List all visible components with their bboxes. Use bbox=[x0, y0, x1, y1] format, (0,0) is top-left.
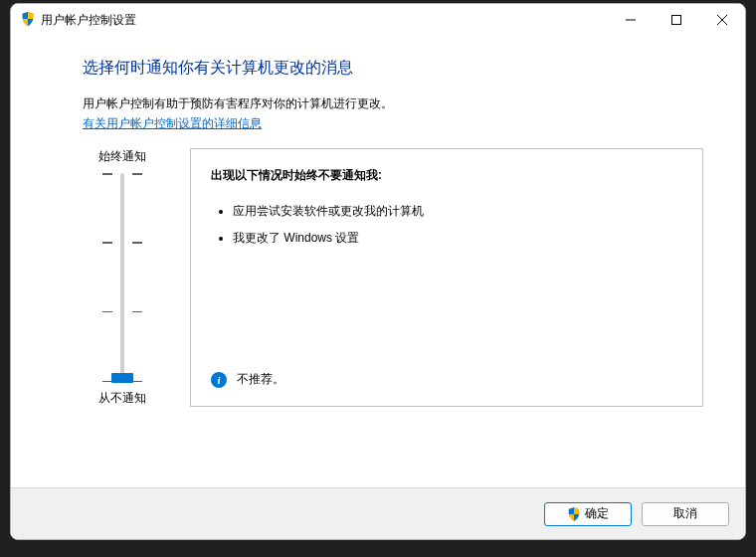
titlebar[interactable]: 用户帐户控制设置 bbox=[11, 4, 745, 36]
ok-button-label: 确定 bbox=[585, 505, 609, 522]
window-title: 用户帐户控制设置 bbox=[41, 12, 136, 29]
uac-settings-window: 用户帐户控制设置 选择何时通知你有关计算机更改的消息 用户帐户控制有助于预防有害… bbox=[10, 3, 746, 540]
slider-thumb[interactable] bbox=[111, 373, 133, 383]
note-text: 不推荐。 bbox=[237, 371, 284, 388]
maximize-button[interactable] bbox=[654, 4, 699, 36]
slider-column: 始终通知 从不通知 bbox=[83, 148, 162, 407]
close-button[interactable] bbox=[699, 4, 745, 36]
panel-title: 出现以下情况时始终不要通知我: bbox=[211, 167, 682, 184]
info-panel: 出现以下情况时始终不要通知我: 应用尝试安装软件或更改我的计算机 我更改了 Wi… bbox=[190, 148, 703, 407]
cancel-button-label: 取消 bbox=[673, 505, 697, 522]
slider-area: 始终通知 从不通知 出现以下情况时始终不要通知我: 应用尝试安装软件或更改我的计… bbox=[83, 148, 703, 407]
svg-rect-1 bbox=[672, 16, 681, 25]
shield-icon bbox=[567, 507, 581, 521]
slider-track bbox=[120, 173, 124, 382]
list-item: 我更改了 Windows 设置 bbox=[233, 225, 682, 251]
notification-slider[interactable] bbox=[102, 173, 142, 382]
shield-icon bbox=[21, 12, 35, 29]
page-description: 用户帐户控制有助于预防有害程序对你的计算机进行更改。 bbox=[83, 94, 703, 113]
footer: 确定 取消 bbox=[11, 487, 745, 539]
panel-list: 应用尝试安装软件或更改我的计算机 我更改了 Windows 设置 bbox=[211, 198, 682, 251]
window-controls bbox=[608, 4, 745, 36]
page-heading: 选择何时通知你有关计算机更改的消息 bbox=[83, 58, 703, 79]
panel-note: i 不推荐。 bbox=[211, 355, 682, 388]
help-link[interactable]: 有关用户帐户控制设置的详细信息 bbox=[83, 115, 703, 132]
cancel-button[interactable]: 取消 bbox=[642, 502, 729, 526]
slider-label-bottom: 从不通知 bbox=[98, 390, 146, 407]
info-icon: i bbox=[211, 372, 227, 388]
slider-label-top: 始终通知 bbox=[98, 148, 146, 165]
ok-button[interactable]: 确定 bbox=[544, 502, 632, 526]
minimize-button[interactable] bbox=[608, 4, 654, 36]
list-item: 应用尝试安装软件或更改我的计算机 bbox=[233, 198, 682, 224]
content-area: 选择何时通知你有关计算机更改的消息 用户帐户控制有助于预防有害程序对你的计算机进… bbox=[11, 36, 745, 487]
